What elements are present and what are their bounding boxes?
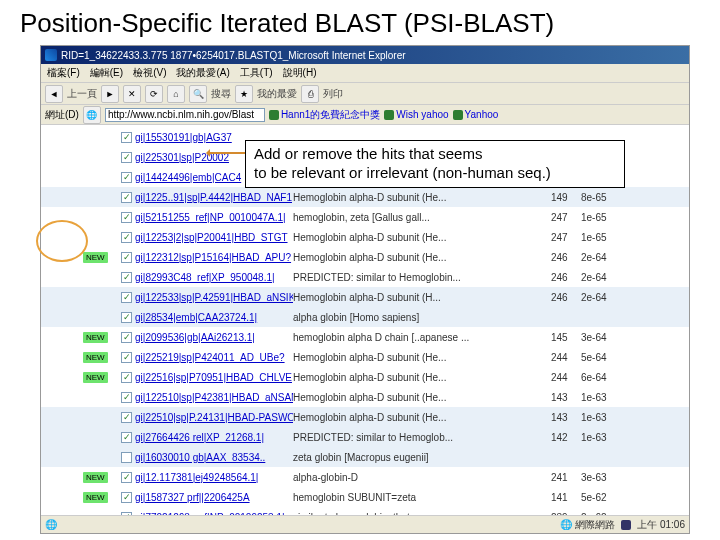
link-chip-1[interactable]: Hann1的免費紀念中獎 (269, 108, 380, 122)
row-checkbox[interactable]: ✓ (121, 372, 132, 383)
link-chip-3[interactable]: Yanhoo (453, 109, 499, 120)
row-checkbox[interactable]: ✓ (121, 132, 132, 143)
annotation-callout: Add or remove the hits that seems to be … (245, 140, 625, 188)
row-checkbox[interactable]: ✓ (121, 332, 132, 343)
row-checkbox[interactable]: ✓ (121, 292, 132, 303)
menu-tools[interactable]: 工具(T) (240, 66, 273, 80)
menu-help[interactable]: 說明(H) (283, 66, 317, 80)
result-row: ✓gi|27664426 rel|XP_21268.1|PREDICTED: s… (41, 427, 689, 447)
description: PREDICTED: similar to Hemoglobin... (293, 272, 551, 283)
chip-icon (269, 110, 279, 120)
description: similar to hemoglobin, theta ... (293, 512, 551, 516)
gi-link[interactable]: gi|225219|sp|P424011_AD_UBe? (135, 352, 293, 363)
status-bar: 🌐 🌐 網際網路 上午 01:06 (41, 515, 689, 533)
row-checkbox[interactable]: ✓ (121, 512, 132, 516)
row-checkbox[interactable]: ✓ (121, 412, 132, 423)
new-badge: NEW (83, 372, 108, 383)
score: 247 (551, 212, 581, 223)
gi-link[interactable]: gi|1225..91|sp|P.4442|HBAD_NAF1 (135, 192, 293, 203)
back-button[interactable]: ◄ (45, 85, 63, 103)
forward-button[interactable]: ► (101, 85, 119, 103)
score: 141 (551, 492, 581, 503)
new-badge: NEW (83, 492, 108, 503)
gi-link[interactable]: gi|12.117381|ej49248564.1| (135, 472, 293, 483)
gi-link[interactable]: gi|16030010 gb|AAX_83534.. (135, 452, 293, 463)
row-checkbox[interactable]: ✓ (121, 432, 132, 443)
row-checkbox[interactable]: ✓ (121, 392, 132, 403)
row-checkbox[interactable]: ✓ (121, 472, 132, 483)
row-checkbox[interactable]: ✓ (121, 492, 132, 503)
gi-link[interactable]: gi|82993C48_ref|XP_950048.1| (135, 272, 293, 283)
result-row: gi|16030010 gb|AAX_83534..zeta globin [M… (41, 447, 689, 467)
score: 145 (551, 332, 581, 343)
row-checkbox[interactable] (121, 452, 132, 463)
row-checkbox[interactable]: ✓ (121, 312, 132, 323)
description: Hemoglobin alpha-D subunit (H... (293, 292, 551, 303)
address-input[interactable] (105, 108, 265, 122)
row-checkbox[interactable]: ✓ (121, 232, 132, 243)
stop-button[interactable]: ✕ (123, 85, 141, 103)
evalue: 1e-65 (581, 232, 621, 243)
result-row: ✓gi|28534|emb|CAA23724.1|alpha globin [H… (41, 307, 689, 327)
menu-view[interactable]: 檢視(V) (133, 66, 166, 80)
link-chip-2[interactable]: Wish yahoo (384, 109, 448, 120)
chip-icon (453, 110, 463, 120)
score: 246 (551, 252, 581, 263)
gi-link[interactable]: gi|122533|sp|P.42591|HBAD_aNSIK (135, 292, 293, 303)
home-button[interactable]: ⌂ (167, 85, 185, 103)
gi-link[interactable]: gi|12253|2|sp|P20041|HBD_STGT (135, 232, 293, 243)
result-row: NEW✓gi|1587327 prf||2206425Ahemoglobin S… (41, 487, 689, 507)
tray-icon (621, 520, 631, 530)
gi-link[interactable]: gi|27664426 rel|XP_21268.1| (135, 432, 293, 443)
row-checkbox[interactable]: ✓ (121, 192, 132, 203)
result-row: NEW✓gi|12.117381|ej49248564.1|alpha-glob… (41, 467, 689, 487)
gi-link[interactable]: gi|28534|emb|CAA23724.1| (135, 312, 293, 323)
evalue: 5e-62 (581, 492, 621, 503)
menu-bar: 檔案(F) 編輯(E) 檢視(V) 我的最愛(A) 工具(T) 說明(H) (41, 64, 689, 83)
result-row: ✓gi|52151255_ref|NP_0010047A.1|hemoglobi… (41, 207, 689, 227)
result-row: ✓gi|22510|sp|P.24131|HBAD-PASWOHemoglobi… (41, 407, 689, 427)
gi-link[interactable]: gi|122510|sp|P42381|HBAD_aNSAN (135, 392, 293, 403)
annotation-arrow (208, 152, 246, 154)
description: hemoglobin SUBUNIT=zeta (293, 492, 551, 503)
score: 239 (551, 512, 581, 516)
new-badge: NEW (83, 472, 108, 483)
gi-link[interactable]: gi|22516|sp|P70951|HBAD_CHLVE (135, 372, 293, 383)
row-checkbox[interactable]: ✓ (121, 352, 132, 363)
gi-link[interactable]: gi|52151255_ref|NP_0010047A.1| (135, 212, 293, 223)
score: 244 (551, 372, 581, 383)
gi-link[interactable]: gi|77021268_ref|NP_00109253.1| (135, 512, 293, 516)
toolbar: ◄ 上一頁 ► ✕ ⟳ ⌂ 🔍 搜尋 ★ 我的最愛 ⎙ 列印 (41, 83, 689, 105)
row-checkbox[interactable]: ✓ (121, 272, 132, 283)
row-checkbox[interactable]: ✓ (121, 212, 132, 223)
score: 246 (551, 292, 581, 303)
refresh-button[interactable]: ⟳ (145, 85, 163, 103)
search-button[interactable]: 🔍 (189, 85, 207, 103)
slide-title: Position-Specific Iterated BLAST (PSI-BL… (0, 0, 720, 43)
evalue: 3e-63 (581, 472, 621, 483)
print-label: 列印 (323, 87, 343, 101)
result-row: ✓gi|82993C48_ref|XP_950048.1|PREDICTED: … (41, 267, 689, 287)
menu-favorites[interactable]: 我的最愛(A) (176, 66, 229, 80)
score: 142 (551, 432, 581, 443)
status-zone: 🌐 網際網路 (560, 518, 615, 532)
score: 143 (551, 412, 581, 423)
highlight-oval (36, 220, 88, 262)
gi-link[interactable]: gi|22510|sp|P.24131|HBAD-PASWO (135, 412, 293, 423)
print-button[interactable]: ⎙ (301, 85, 319, 103)
gi-link[interactable]: gi|1587327 prf||2206425A (135, 492, 293, 503)
row-checkbox[interactable]: ✓ (121, 172, 132, 183)
score: 241 (551, 472, 581, 483)
description: Hemoglobin alpha-D subunit (He... (293, 412, 551, 423)
gi-link[interactable]: gi|2099536|gb|AAi26213.1| (135, 332, 293, 343)
description: alpha globin [Homo sapiens] (293, 312, 551, 323)
favorites-button[interactable]: ★ (235, 85, 253, 103)
menu-file[interactable]: 檔案(F) (47, 66, 80, 80)
row-checkbox[interactable]: ✓ (121, 152, 132, 163)
row-checkbox[interactable]: ✓ (121, 252, 132, 263)
clock: 上午 01:06 (637, 518, 685, 532)
menu-edit[interactable]: 編輯(E) (90, 66, 123, 80)
gi-link[interactable]: gi|122312|sp|P15164|HBAD_APU? (135, 252, 293, 263)
description: Hemoglobin alpha-D subunit (He... (293, 252, 551, 263)
evalue: 1e-63 (581, 432, 621, 443)
